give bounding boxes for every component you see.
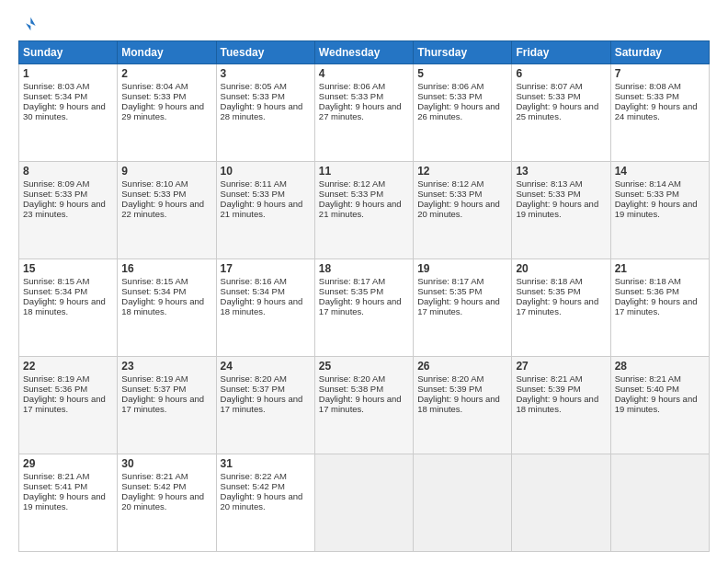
- day-number: 19: [417, 262, 507, 275]
- daylight-text: Daylight: 9 hours and 17 minutes.: [417, 296, 500, 316]
- logo: [18, 15, 39, 33]
- day-number: 10: [221, 165, 311, 178]
- sunset-text: Sunset: 5:39 PM: [516, 384, 580, 394]
- daylight-text: Daylight: 9 hours and 22 minutes.: [121, 199, 204, 219]
- day-number: 20: [516, 262, 606, 275]
- day-number: 28: [615, 360, 705, 373]
- calendar-day-cell: 11Sunrise: 8:12 AMSunset: 5:33 PMDayligh…: [314, 162, 413, 259]
- daylight-text: Daylight: 9 hours and 29 minutes.: [121, 101, 204, 121]
- calendar-table: SundayMondayTuesdayWednesdayThursdayFrid…: [18, 40, 710, 552]
- calendar-week-row: 1Sunrise: 8:03 AMSunset: 5:34 PMDaylight…: [19, 64, 710, 162]
- calendar-week-row: 22Sunrise: 8:19 AMSunset: 5:36 PMDayligh…: [19, 357, 710, 454]
- sunset-text: Sunset: 5:33 PM: [516, 91, 580, 101]
- day-number: 21: [615, 262, 705, 275]
- calendar-body: 1Sunrise: 8:03 AMSunset: 5:34 PMDaylight…: [19, 64, 710, 552]
- weekday-header: Sunday: [19, 41, 118, 64]
- calendar-week-row: 15Sunrise: 8:15 AMSunset: 5:34 PMDayligh…: [19, 259, 710, 357]
- sunset-text: Sunset: 5:34 PM: [221, 286, 285, 296]
- calendar-day-cell: 1Sunrise: 8:03 AMSunset: 5:34 PMDaylight…: [19, 64, 118, 162]
- calendar-day-cell: [314, 454, 413, 552]
- day-number: 8: [23, 165, 113, 178]
- sunset-text: Sunset: 5:36 PM: [23, 384, 87, 394]
- calendar-day-cell: 14Sunrise: 8:14 AMSunset: 5:33 PMDayligh…: [610, 162, 709, 259]
- calendar-day-cell: [610, 454, 709, 552]
- sunset-text: Sunset: 5:34 PM: [23, 91, 87, 101]
- day-number: 13: [516, 165, 606, 178]
- day-number: 9: [121, 165, 211, 178]
- daylight-text: Daylight: 9 hours and 24 minutes.: [615, 101, 698, 121]
- calendar-day-cell: 8Sunrise: 8:09 AMSunset: 5:33 PMDaylight…: [19, 162, 118, 259]
- calendar-day-cell: 10Sunrise: 8:11 AMSunset: 5:33 PMDayligh…: [216, 162, 314, 259]
- calendar-day-cell: 6Sunrise: 8:07 AMSunset: 5:33 PMDaylight…: [512, 64, 610, 162]
- daylight-text: Daylight: 9 hours and 19 minutes.: [615, 199, 698, 219]
- svg-marker-0: [26, 17, 36, 31]
- weekday-header: Monday: [118, 41, 216, 64]
- day-number: 4: [319, 67, 409, 80]
- day-number: 7: [615, 67, 705, 80]
- calendar-day-cell: 15Sunrise: 8:15 AMSunset: 5:34 PMDayligh…: [19, 259, 118, 357]
- sunrise-text: Sunrise: 8:18 AM: [615, 276, 681, 286]
- sunset-text: Sunset: 5:33 PM: [417, 91, 482, 101]
- calendar-day-cell: 5Sunrise: 8:06 AMSunset: 5:33 PMDaylight…: [414, 64, 512, 162]
- day-number: 17: [221, 262, 311, 275]
- calendar-day-cell: 28Sunrise: 8:21 AMSunset: 5:40 PMDayligh…: [610, 357, 709, 454]
- calendar-day-cell: 26Sunrise: 8:20 AMSunset: 5:39 PMDayligh…: [414, 357, 512, 454]
- sunset-text: Sunset: 5:33 PM: [615, 91, 679, 101]
- sunrise-text: Sunrise: 8:07 AM: [516, 81, 582, 91]
- sunset-text: Sunset: 5:42 PM: [221, 481, 285, 491]
- sunset-text: Sunset: 5:33 PM: [121, 189, 186, 199]
- sunrise-text: Sunrise: 8:21 AM: [615, 373, 681, 384]
- daylight-text: Daylight: 9 hours and 18 minutes.: [221, 296, 303, 316]
- daylight-text: Daylight: 9 hours and 25 minutes.: [516, 101, 598, 121]
- day-number: 11: [319, 165, 409, 178]
- daylight-text: Daylight: 9 hours and 30 minutes.: [23, 101, 106, 121]
- sunrise-text: Sunrise: 8:17 AM: [319, 276, 385, 286]
- daylight-text: Daylight: 9 hours and 28 minutes.: [221, 101, 303, 121]
- calendar-day-cell: 25Sunrise: 8:20 AMSunset: 5:38 PMDayligh…: [314, 357, 413, 454]
- calendar-day-cell: 12Sunrise: 8:12 AMSunset: 5:33 PMDayligh…: [414, 162, 512, 259]
- logo-icon: [18, 15, 37, 33]
- calendar-day-cell: 21Sunrise: 8:18 AMSunset: 5:36 PMDayligh…: [610, 259, 709, 357]
- sunrise-text: Sunrise: 8:18 AM: [516, 276, 582, 286]
- sunrise-text: Sunrise: 8:16 AM: [221, 276, 287, 286]
- sunrise-text: Sunrise: 8:17 AM: [417, 276, 483, 286]
- calendar-day-cell: 9Sunrise: 8:10 AMSunset: 5:33 PMDaylight…: [118, 162, 216, 259]
- sunrise-text: Sunrise: 8:20 AM: [221, 373, 287, 384]
- sunrise-text: Sunrise: 8:15 AM: [23, 276, 89, 286]
- day-number: 29: [23, 457, 113, 470]
- sunset-text: Sunset: 5:33 PM: [121, 91, 186, 101]
- calendar-week-row: 29Sunrise: 8:21 AMSunset: 5:41 PMDayligh…: [19, 454, 710, 552]
- daylight-text: Daylight: 9 hours and 27 minutes.: [319, 101, 402, 121]
- daylight-text: Daylight: 9 hours and 18 minutes.: [516, 394, 598, 414]
- sunrise-text: Sunrise: 8:21 AM: [121, 471, 188, 481]
- day-number: 2: [121, 67, 211, 80]
- day-number: 26: [417, 360, 507, 373]
- calendar-day-cell: 24Sunrise: 8:20 AMSunset: 5:37 PMDayligh…: [216, 357, 314, 454]
- sunrise-text: Sunrise: 8:20 AM: [417, 373, 483, 384]
- daylight-text: Daylight: 9 hours and 21 minutes.: [221, 199, 303, 219]
- sunrise-text: Sunrise: 8:12 AM: [417, 178, 483, 189]
- sunset-text: Sunset: 5:33 PM: [319, 189, 383, 199]
- daylight-text: Daylight: 9 hours and 17 minutes.: [221, 394, 303, 414]
- page: SundayMondayTuesdayWednesdayThursdayFrid…: [0, 0, 728, 563]
- daylight-text: Daylight: 9 hours and 18 minutes.: [23, 296, 106, 316]
- day-number: 14: [615, 165, 705, 178]
- sunset-text: Sunset: 5:37 PM: [121, 384, 186, 394]
- calendar-day-cell: [512, 454, 610, 552]
- daylight-text: Daylight: 9 hours and 18 minutes.: [417, 394, 500, 414]
- day-number: 23: [121, 360, 211, 373]
- sunset-text: Sunset: 5:35 PM: [319, 286, 383, 296]
- sunset-text: Sunset: 5:33 PM: [319, 91, 383, 101]
- day-number: 30: [121, 457, 211, 470]
- calendar-day-cell: 29Sunrise: 8:21 AMSunset: 5:41 PMDayligh…: [19, 454, 118, 552]
- sunset-text: Sunset: 5:37 PM: [221, 384, 285, 394]
- calendar-day-cell: 22Sunrise: 8:19 AMSunset: 5:36 PMDayligh…: [19, 357, 118, 454]
- sunset-text: Sunset: 5:33 PM: [615, 189, 679, 199]
- day-number: 27: [516, 360, 606, 373]
- sunrise-text: Sunrise: 8:15 AM: [121, 276, 188, 286]
- weekday-header: Thursday: [414, 41, 512, 64]
- calendar-day-cell: 3Sunrise: 8:05 AMSunset: 5:33 PMDaylight…: [216, 64, 314, 162]
- sunset-text: Sunset: 5:35 PM: [417, 286, 482, 296]
- daylight-text: Daylight: 9 hours and 17 minutes.: [121, 394, 204, 414]
- sunset-text: Sunset: 5:35 PM: [516, 286, 580, 296]
